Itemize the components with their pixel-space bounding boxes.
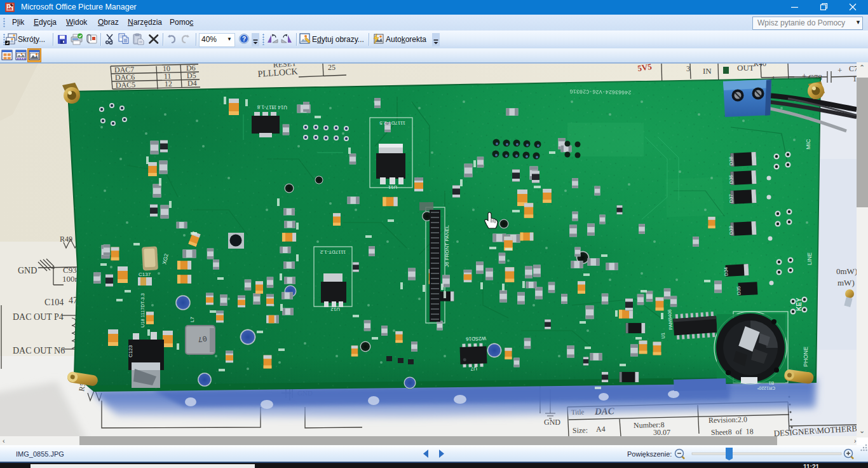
svg-text:OUT: OUT (737, 64, 754, 72)
svg-text:D36: D36 (728, 175, 735, 184)
svg-text:C137: C137 (139, 272, 151, 277)
svg-text:D38: D38 (728, 156, 735, 165)
svg-text:GND: GND (18, 266, 37, 275)
svg-text:?: ? (242, 36, 246, 43)
svg-text:3: 3 (686, 64, 690, 73)
svg-text:12: 12 (165, 79, 172, 88)
svg-text:C123: C123 (128, 345, 133, 357)
svg-text:PHONE: PHONE (803, 347, 809, 367)
svg-text:R49: R49 (60, 235, 72, 244)
svg-text:GND: GND (544, 418, 560, 427)
svg-text:CR1220*: CR1220* (757, 386, 775, 390)
svg-text:LINE: LINE (806, 252, 813, 265)
svg-text:C93: C93 (63, 265, 77, 275)
svg-text:MIC: MIC (805, 139, 811, 149)
svg-text:R40: R40 (754, 64, 766, 68)
svg-text:A4: A4 (596, 425, 606, 434)
svg-text:25: 25 (328, 64, 336, 72)
svg-text:J6 FRONT PANEL: J6 FRONT PANEL (444, 225, 450, 267)
svg-text:DAC OUT P4: DAC OUT P4 (13, 312, 64, 322)
svg-text:C104: C104 (44, 298, 64, 307)
svg-text:D4: D4 (187, 79, 197, 88)
svg-text:U14 1117-1.8: U14 1117-1.8 (257, 104, 287, 111)
svg-text:Size:: Size: (573, 425, 588, 435)
svg-text:D37: D37 (728, 194, 735, 203)
svg-text:+: + (837, 65, 842, 75)
svg-text:U7: U7 (470, 366, 477, 371)
svg-text:1117DT-1.2: 1117DT-1.2 (320, 249, 346, 255)
svg-text:mW): mW) (837, 278, 855, 287)
svg-text:U18 1117DT-3.3: U18 1117DT-3.3 (140, 293, 146, 327)
svg-text:D35: D35 (736, 286, 742, 295)
svg-text:B1: B1 (768, 381, 774, 385)
svg-text:30.07: 30.07 (653, 428, 670, 436)
svg-text:U1: U1 (660, 333, 667, 339)
svg-text:D39: D39 (728, 226, 735, 235)
svg-text:0mW): 0mW) (836, 266, 857, 276)
svg-text:KEY: KEY (796, 298, 803, 311)
svg-text:Revision:2.0: Revision:2.0 (709, 415, 747, 425)
svg-text:DAC5: DAC5 (116, 80, 136, 90)
svg-text:24663624-V26-C2031G: 24663624-V26-C2031G (569, 88, 631, 95)
svg-text:07: 07 (197, 333, 208, 343)
svg-text:1117DT-2.5: 1117DT-2.5 (379, 120, 405, 126)
svg-text:W2SD16: W2SD16 (465, 335, 486, 341)
svg-text:IN: IN (703, 66, 712, 76)
svg-text:C75: C75 (849, 64, 857, 73)
svg-text:U11: U11 (388, 184, 397, 190)
svg-text:L7: L7 (189, 317, 195, 322)
svg-text:U12: U12 (330, 306, 340, 312)
svg-text:DAC OUT N6: DAC OUT N6 (13, 346, 65, 355)
svg-text:D34: D34 (723, 267, 729, 276)
svg-text:Sheet8 of 18: Sheet8 of 18 (711, 427, 754, 436)
